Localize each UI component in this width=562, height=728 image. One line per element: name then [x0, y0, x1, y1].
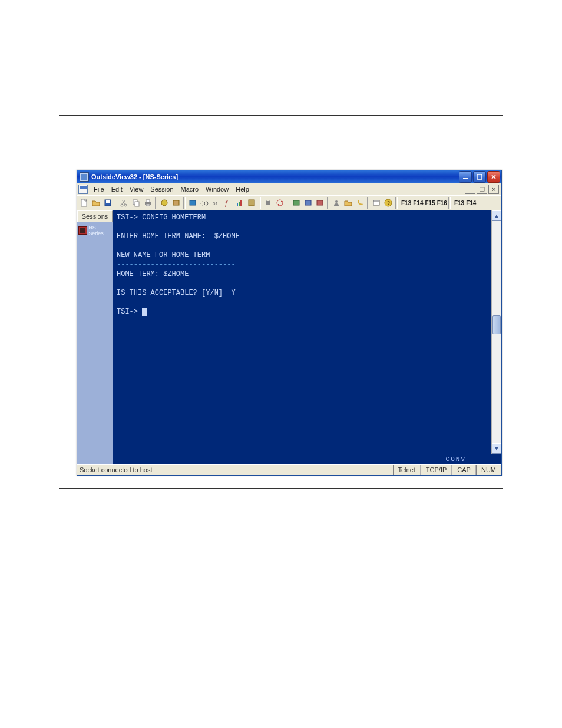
terminal-icon — [78, 226, 87, 235]
svg-rect-33 — [305, 200, 311, 205]
svg-point-20 — [204, 202, 208, 205]
glasses-icon[interactable] — [199, 197, 210, 209]
svg-text:?: ? — [387, 200, 390, 206]
svg-rect-36 — [373, 200, 379, 205]
window-title: OutsideView32 - [NS-Series] — [91, 173, 178, 180]
plug-icon[interactable] — [262, 197, 274, 209]
status-numlock: NUM — [476, 465, 501, 475]
settings-b-icon[interactable] — [170, 197, 182, 209]
svg-point-16 — [161, 200, 167, 206]
maximize-button[interactable] — [473, 171, 486, 183]
tool-a-icon[interactable] — [246, 197, 257, 209]
fkey-f13[interactable]: F13 — [401, 200, 411, 206]
fkey-f16[interactable]: F16 — [437, 200, 447, 206]
terminal-mode-indicator: CONV — [446, 456, 466, 463]
session-item-ns-series[interactable]: NS-Series — [77, 222, 113, 239]
svg-rect-17 — [173, 200, 179, 205]
settings-a-icon[interactable] — [158, 197, 170, 209]
page-divider-bottom — [59, 488, 503, 489]
save-icon[interactable] — [102, 197, 114, 209]
svg-rect-1 — [477, 174, 482, 179]
menu-window[interactable]: Window — [202, 185, 232, 194]
mdi-close-button[interactable]: ✕ — [488, 185, 499, 194]
open-icon[interactable] — [90, 197, 102, 209]
mdi-minimize-button[interactable]: – — [465, 185, 475, 194]
status-connection: Telnet — [393, 465, 421, 475]
macro-b-icon[interactable] — [302, 197, 314, 209]
titlebar: OutsideView32 - [NS-Series] — [77, 170, 501, 183]
screen-icon[interactable] — [187, 197, 199, 209]
window-icon[interactable] — [371, 197, 382, 209]
fkey-f15[interactable]: F15 — [425, 200, 435, 206]
scroll-up-button[interactable]: ▲ — [492, 210, 501, 221]
minimize-button[interactable] — [459, 171, 472, 183]
scrollbar-vertical: ▲ ▼ — [491, 210, 501, 454]
svg-rect-18 — [190, 200, 196, 205]
svg-rect-0 — [463, 178, 468, 179]
status-message: Socket connected to host — [77, 465, 393, 475]
person-icon[interactable] — [330, 197, 342, 209]
sessions-tab[interactable]: Sessions — [77, 210, 113, 222]
svg-rect-12 — [135, 202, 139, 206]
menu-help[interactable]: Help — [232, 185, 253, 194]
scroll-track[interactable] — [492, 221, 501, 443]
menu-macro[interactable]: Macro — [177, 185, 203, 194]
print-icon[interactable] — [142, 197, 154, 209]
menu-file[interactable]: File — [90, 185, 108, 194]
copy-icon[interactable] — [130, 197, 142, 209]
svg-line-31 — [277, 200, 282, 205]
status-protocol: TCP/IP — [421, 465, 452, 475]
menu-edit[interactable]: Edit — [108, 185, 126, 194]
status-capslock: CAP — [452, 465, 476, 475]
svg-rect-34 — [317, 200, 323, 205]
mdi-controls: – ❐ ✕ — [465, 185, 501, 194]
document-icon[interactable] — [78, 185, 88, 194]
statusbar: Socket connected to host Telnet TCP/IP C… — [77, 464, 501, 475]
fkey-f13-r[interactable]: F13 — [454, 200, 464, 206]
app-icon — [80, 172, 89, 182]
svg-rect-26 — [249, 200, 254, 206]
scroll-thumb[interactable] — [492, 315, 501, 334]
macro-a-icon[interactable] — [290, 197, 302, 209]
menu-view[interactable]: View — [126, 185, 147, 194]
toolbar: 01 f ? F13 F14 F15 F16 F13 F14 — [77, 195, 501, 210]
svg-text:f: f — [225, 199, 228, 207]
fkey-f14[interactable]: F14 — [413, 200, 423, 206]
sessions-sidebar: Sessions NS-Series — [77, 210, 113, 464]
svg-point-19 — [201, 202, 204, 205]
fkey-buttons-right: F13 F14 — [454, 200, 476, 206]
svg-rect-27 — [266, 201, 270, 205]
fkey-f14-r[interactable]: F14 — [466, 200, 476, 206]
window-controls — [459, 171, 500, 183]
svg-rect-15 — [146, 204, 150, 206]
close-button[interactable] — [487, 171, 500, 183]
macro-c-icon[interactable] — [314, 197, 326, 209]
terminal-screen[interactable]: TSI-> CONFIG_HOMETERM ENTER HOME TERM NA… — [113, 210, 491, 454]
binary-icon[interactable]: 01 — [210, 197, 222, 209]
function-icon[interactable]: f — [222, 197, 234, 209]
svg-rect-25 — [240, 200, 242, 206]
phone-icon[interactable] — [354, 197, 366, 209]
mdi-restore-button[interactable]: ❐ — [477, 185, 487, 194]
svg-point-35 — [335, 200, 338, 203]
svg-text:01: 01 — [213, 201, 218, 206]
svg-rect-24 — [239, 202, 240, 206]
folder-icon[interactable] — [342, 197, 354, 209]
cut-icon[interactable] — [118, 197, 130, 209]
chart-icon[interactable] — [234, 197, 246, 209]
terminal-status-strip: CONV — [113, 454, 501, 464]
workspace: Sessions NS-Series TSI-> CONFIG_HOMETERM… — [77, 210, 501, 464]
svg-rect-32 — [293, 200, 299, 205]
new-icon[interactable] — [78, 197, 90, 209]
session-label: NS-Series — [88, 225, 111, 236]
help-icon[interactable]: ? — [382, 197, 394, 209]
svg-rect-6 — [106, 200, 110, 203]
fkey-buttons-left: F13 F14 F15 F16 — [401, 200, 447, 206]
scroll-down-button[interactable]: ▼ — [492, 443, 501, 454]
menubar: File Edit View Session Macro Window Help… — [77, 183, 501, 195]
disconnect-icon[interactable] — [274, 197, 286, 209]
terminal-pane: TSI-> CONFIG_HOMETERM ENTER HOME TERM NA… — [113, 210, 501, 464]
app-window: OutsideView32 - [NS-Series] File Edit Vi… — [77, 170, 502, 476]
menu-session[interactable]: Session — [147, 185, 177, 194]
page-divider-top — [59, 115, 503, 116]
